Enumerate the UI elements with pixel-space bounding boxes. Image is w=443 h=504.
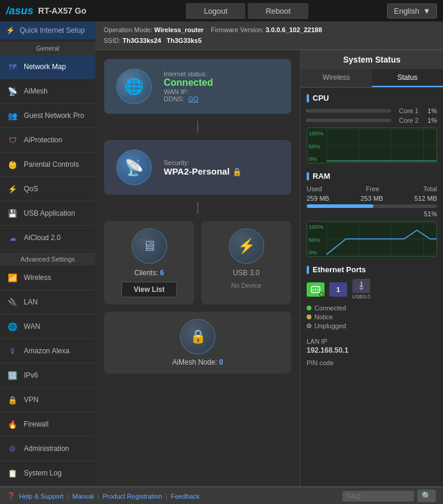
system-status-header: System Status — [301, 50, 443, 69]
sidebar-label-usb-application: USB Application — [24, 209, 75, 217]
connector-line-1 — [197, 121, 198, 133]
usb-label: USB 3.0 — [233, 269, 260, 277]
content-area: Operation Mode: Wireless_router Firmware… — [95, 21, 443, 486]
sep2: | — [98, 493, 99, 500]
bottom-nodes: 🖥 Clients: 6 View List ⚡ USB 3.0 No Devi… — [104, 221, 291, 304]
eth-title: Ethernet Ports — [307, 265, 437, 274]
security-value: WPA2-Personal 🔒 — [164, 166, 242, 176]
network-map-panel: 🌐 Internet status: Connected WAN IP: DDN… — [95, 50, 300, 486]
eth-legend-notice: Notice — [307, 313, 437, 321]
footer: ❓ Help & Support | Manual | Product Regi… — [0, 487, 443, 504]
manual-link[interactable]: Manual — [72, 493, 93, 500]
logout-button[interactable]: Logout — [186, 3, 245, 19]
asus-logo: /asus — [6, 5, 33, 17]
ssid1-value: Th3G33ks24 — [123, 37, 161, 44]
ipv6-icon: 🔢 — [6, 369, 19, 382]
logo: /asus RT-AX57 Go — [6, 5, 107, 17]
svg-text:0%: 0% — [308, 157, 317, 162]
sidebar-item-network-tools[interactable]: 🔧 Network Tools — [0, 486, 95, 486]
sidebar-item-administration[interactable]: ⚙ Administration — [0, 437, 95, 461]
sidebar-item-usb-application[interactable]: 💾 USB Application — [0, 201, 95, 226]
sidebar-item-quick-setup[interactable]: ⚡ Quick Internet Setup — [0, 21, 95, 39]
sidebar-item-system-log[interactable]: 📋 System Log — [0, 461, 95, 486]
ram-labels: Used Free Total — [307, 185, 437, 192]
quick-setup-label: Quick Internet Setup — [20, 26, 85, 35]
cpu-title: CPU — [307, 94, 437, 102]
ram-section: RAM Used Free Total 259 MB 253 MB 512 MB — [307, 172, 437, 257]
feedback-link[interactable]: Feedback — [171, 493, 199, 500]
view-list-button[interactable]: View List — [121, 282, 177, 297]
sidebar-item-lan[interactable]: 🔌 LAN — [0, 290, 95, 315]
sidebar-label-vpn: VPN — [24, 396, 39, 404]
sidebar-label-guest-network: Guest Network Pro — [24, 111, 84, 120]
ram-used-label: Used — [307, 185, 322, 192]
sep1: | — [67, 493, 69, 500]
sidebar-item-qos[interactable]: ⚡ QoS — [0, 177, 95, 201]
sidebar-item-aiprotection[interactable]: 🛡 AiProtection — [0, 128, 95, 153]
internet-info: Internet status: Connected WAN IP: DDNS:… — [164, 70, 213, 102]
sidebar-item-amazon-alexa[interactable]: 🎙 Amazon Alexa — [0, 339, 95, 363]
help-support-link[interactable]: Help & Support — [19, 493, 64, 500]
sidebar-label-aicloud: AiCloud 2.0 — [24, 234, 61, 242]
tab-status[interactable]: Status — [372, 69, 444, 87]
sidebar-label-administration: Administration — [24, 444, 69, 453]
svg-text:100%: 100% — [308, 224, 323, 229]
cpu-core2-pct: 1% — [422, 117, 437, 124]
sidebar-label-system-log: System Log — [24, 469, 61, 477]
firmware-value: 3.0.0.6_102_22188 — [266, 26, 322, 33]
footer-right: 🔍 — [342, 490, 436, 502]
eth-port-2-group: 1 — [329, 282, 347, 297]
sidebar-general-section: General — [0, 42, 95, 55]
sidebar-item-firewall[interactable]: 🔥 Firewall — [0, 412, 95, 437]
internet-icon: 🌐 — [116, 69, 152, 104]
eth-port-connected — [307, 282, 325, 297]
lan-ip-title: LAN IP — [307, 338, 437, 345]
ram-free-value: 253 MB — [361, 195, 383, 202]
lan-ip-section: LAN IP 192.168.50.1 — [307, 338, 437, 354]
reboot-button[interactable]: Reboot — [248, 3, 308, 19]
sidebar-item-guest-network[interactable]: 👥 Guest Network Pro — [0, 104, 95, 128]
cpu-core1-fill — [307, 109, 307, 113]
sidebar-label-lan: LAN — [24, 298, 38, 306]
eth-section: Ethernet Ports 1 — [307, 265, 437, 329]
sidebar-item-parental-controls[interactable]: 👶 Parental Controls — [0, 153, 95, 177]
cpu-core1-track — [307, 109, 391, 113]
operation-mode-value: Wireless_router — [154, 26, 204, 33]
router-node: 📡 Security: WPA2-Personal 🔒 — [104, 140, 291, 195]
aimesh-node: 🔒 AiMesh Node: 0 — [104, 312, 291, 374]
model-name: RT-AX57 Go — [38, 6, 86, 15]
eth-ports: 1 USB3.0 — [307, 279, 437, 300]
sidebar-item-aimesh[interactable]: 📡 AiMesh — [0, 79, 95, 104]
sidebar-label-aimesh: AiMesh — [24, 87, 48, 95]
sidebar-item-wireless[interactable]: 📶 Wireless — [0, 266, 95, 290]
sidebar-item-aicloud[interactable]: ☁ AiCloud 2.0 — [0, 226, 95, 250]
guest-network-icon: 👥 — [6, 109, 19, 122]
sidebar-item-wan[interactable]: 🌐 WAN — [0, 315, 95, 339]
sep3: | — [166, 493, 167, 500]
pin-title: PIN code — [307, 359, 437, 366]
wan-ip-row: WAN IP: — [164, 88, 213, 95]
chevron-down-icon: ▼ — [423, 7, 430, 15]
cpu-core1-pct: 1% — [422, 107, 437, 114]
product-registration-link[interactable]: Product Registration — [102, 493, 162, 500]
sidebar-item-network-map[interactable]: 🗺 Network Map — [0, 55, 95, 79]
notice-dot — [307, 315, 311, 319]
connector-line-2 — [197, 202, 198, 214]
eth-port-usb-label: USB3.0 — [352, 294, 370, 300]
top-buttons: Logout Reboot — [107, 3, 387, 19]
cpu-core2-fill — [307, 119, 307, 122]
footer-links: ❓ Help & Support | Manual | Product Regi… — [7, 492, 199, 500]
sidebar-item-vpn[interactable]: 🔒 VPN — [0, 388, 95, 412]
eth-port-1-group — [307, 282, 325, 297]
faq-input[interactable] — [342, 491, 414, 502]
aimesh-node-icon: 🔒 — [180, 319, 216, 354]
content-body: 🌐 Internet status: Connected WAN IP: DDN… — [95, 50, 443, 486]
faq-search-button[interactable]: 🔍 — [417, 490, 436, 502]
language-selector[interactable]: English ▼ — [387, 4, 437, 18]
wireless-icon: 📶 — [6, 271, 19, 284]
ram-bar-fill — [307, 204, 373, 208]
svg-text:50%: 50% — [308, 237, 320, 242]
ddns-link[interactable]: GO — [188, 95, 198, 102]
sidebar-item-ipv6[interactable]: 🔢 IPv6 — [0, 363, 95, 388]
tab-wireless[interactable]: Wireless — [301, 69, 372, 87]
